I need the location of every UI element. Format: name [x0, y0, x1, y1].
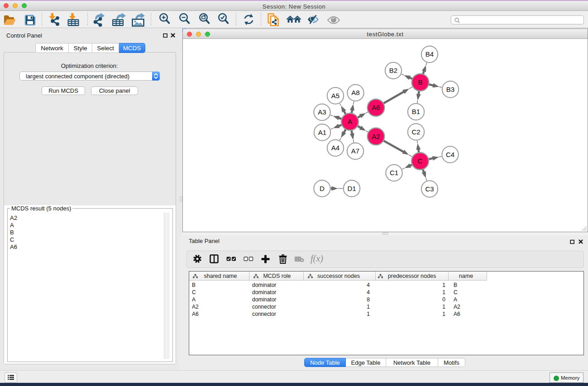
svg-text:D: D	[320, 185, 325, 192]
svg-text:C1: C1	[390, 169, 398, 176]
svg-text:B: B	[418, 78, 422, 86]
svg-text:A4: A4	[331, 144, 339, 152]
svg-text:A3: A3	[318, 108, 326, 116]
svg-text:B3: B3	[446, 86, 454, 93]
svg-text:B4: B4	[425, 50, 434, 58]
svg-text:A: A	[348, 118, 352, 125]
svg-text:C3: C3	[425, 185, 434, 193]
svg-text:A1: A1	[318, 129, 326, 136]
svg-text:C2: C2	[411, 128, 420, 136]
svg-text:B2: B2	[389, 67, 397, 74]
svg-text:C4: C4	[446, 151, 454, 158]
svg-text:A2: A2	[372, 133, 380, 140]
svg-text:C: C	[418, 157, 423, 165]
svg-text:A5: A5	[331, 92, 339, 100]
svg-text:B1: B1	[412, 108, 420, 115]
svg-text:A6: A6	[372, 104, 380, 111]
svg-text:A7: A7	[351, 147, 359, 155]
svg-text:A8: A8	[351, 89, 359, 96]
svg-text:D1: D1	[347, 185, 356, 192]
